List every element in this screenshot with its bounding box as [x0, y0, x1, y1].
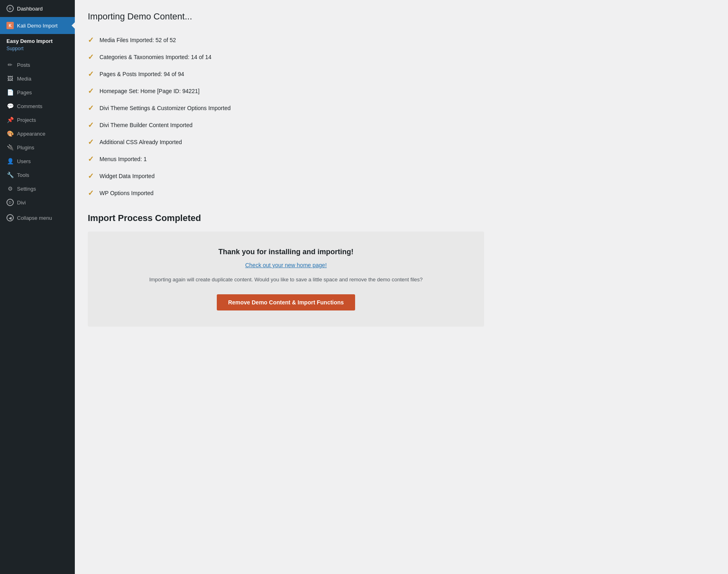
users-label: Users: [17, 158, 31, 164]
page-title: Importing Demo Content...: [88, 11, 715, 22]
sidebar-item-users[interactable]: 👤 Users: [0, 154, 75, 168]
home-page-link[interactable]: Check out your new home page!: [101, 262, 471, 268]
checkmark-icon: ✓: [88, 121, 94, 130]
sidebar-item-settings[interactable]: ⚙ Settings: [0, 182, 75, 196]
settings-label: Settings: [17, 186, 36, 192]
dashboard-label: Dashboard: [17, 6, 43, 12]
checkmark-icon: ✓: [88, 172, 94, 181]
import-complete-title: Import Process Completed: [88, 213, 715, 223]
dashboard-icon: ⊕: [6, 5, 14, 12]
sidebar-item-support[interactable]: Support: [6, 45, 68, 52]
import-list-item: ✓ Homepage Set: Home [Page ID: 94221]: [88, 83, 715, 100]
checkmark-icon: ✓: [88, 104, 94, 113]
import-list: ✓ Media Files Imported: 52 of 52 ✓ Categ…: [88, 32, 715, 202]
checkmark-icon: ✓: [88, 53, 94, 62]
checkmark-icon: ✓: [88, 155, 94, 164]
sidebar-item-kali[interactable]: K Kali Demo Import: [0, 17, 75, 34]
pages-icon: 📄: [6, 89, 14, 96]
sidebar-nav: ✏ Posts 🖼 Media 📄 Pages 💬 Comments 📌 Pro…: [0, 58, 75, 209]
checkmark-icon: ✓: [88, 189, 94, 198]
users-icon: 👤: [6, 157, 14, 165]
import-list-item: ✓ Divi Theme Builder Content Imported: [88, 117, 715, 134]
import-list-item: ✓ Media Files Imported: 52 of 52: [88, 32, 715, 49]
import-list-item: ✓ Pages & Posts Imported: 94 of 94: [88, 66, 715, 83]
sidebar-item-comments[interactable]: 💬 Comments: [0, 99, 75, 113]
thank-you-box: Thank you for installing and importing! …: [88, 232, 484, 327]
import-list-item: ✓ Divi Theme Settings & Customizer Optio…: [88, 100, 715, 117]
tools-icon: 🔧: [6, 171, 14, 179]
sidebar-section-easy-demo: Easy Demo Import Support: [0, 34, 75, 54]
remove-demo-button[interactable]: Remove Demo Content & Import Functions: [217, 294, 355, 310]
settings-icon: ⚙: [6, 185, 14, 192]
appearance-icon: 🎨: [6, 130, 14, 137]
import-list-item: ✓ Categories & Taxonomies Imported: 14 o…: [88, 49, 715, 66]
pages-label: Pages: [17, 89, 32, 96]
appearance-label: Appearance: [17, 131, 45, 137]
sidebar-item-posts[interactable]: ✏ Posts: [0, 58, 75, 72]
import-item-text: Categories & Taxonomies Imported: 14 of …: [99, 54, 212, 60]
sidebar-item-projects[interactable]: 📌 Projects: [0, 113, 75, 127]
posts-icon: ✏: [6, 61, 14, 68]
easy-demo-title: Easy Demo Import: [6, 38, 68, 44]
checkmark-icon: ✓: [88, 138, 94, 147]
kali-label: Kali Demo Import: [17, 23, 57, 29]
kali-avatar-icon: K: [6, 22, 14, 29]
import-list-item: ✓ Widget Data Imported: [88, 168, 715, 185]
import-item-text: Widget Data Imported: [99, 173, 154, 179]
sidebar-item-tools[interactable]: 🔧 Tools: [0, 168, 75, 182]
checkmark-icon: ✓: [88, 87, 94, 96]
sidebar-item-media[interactable]: 🖼 Media: [0, 72, 75, 85]
sidebar-item-dashboard[interactable]: ⊕ Dashboard: [0, 0, 75, 17]
sidebar-item-appearance[interactable]: 🎨 Appearance: [0, 127, 75, 140]
main-content: Importing Demo Content... ✓ Media Files …: [75, 0, 728, 574]
import-item-text: WP Options Imported: [99, 190, 154, 196]
import-item-text: Homepage Set: Home [Page ID: 94221]: [99, 88, 199, 94]
import-item-text: Media Files Imported: 52 of 52: [99, 37, 176, 43]
import-list-item: ✓ Additional CSS Already Imported: [88, 134, 715, 151]
import-item-text: Additional CSS Already Imported: [99, 139, 182, 145]
sidebar-collapse-button[interactable]: ◀ Collapse menu: [0, 211, 75, 225]
plugins-label: Plugins: [17, 145, 34, 151]
import-list-item: ✓ Menus Imported: 1: [88, 151, 715, 168]
collapse-icon: ◀: [6, 214, 14, 221]
import-item-text: Pages & Posts Imported: 94 of 94: [99, 71, 184, 77]
sidebar-item-divi[interactable]: D Divi: [0, 196, 75, 209]
media-icon: 🖼: [6, 75, 14, 82]
import-item-text: Divi Theme Settings & Customizer Options…: [99, 105, 231, 111]
projects-icon: 📌: [6, 116, 14, 123]
sidebar: ⊕ Dashboard K Kali Demo Import Easy Demo…: [0, 0, 75, 574]
posts-label: Posts: [17, 62, 30, 68]
checkmark-icon: ✓: [88, 36, 94, 45]
sidebar-item-pages[interactable]: 📄 Pages: [0, 85, 75, 99]
import-list-item: ✓ WP Options Imported: [88, 185, 715, 202]
comments-label: Comments: [17, 103, 42, 109]
thank-you-title: Thank you for installing and importing!: [101, 248, 471, 256]
collapse-label: Collapse menu: [17, 215, 52, 221]
divi-label: Divi: [17, 200, 26, 206]
import-item-text: Divi Theme Builder Content Imported: [99, 122, 193, 128]
plugins-icon: 🔌: [6, 144, 14, 151]
import-item-text: Menus Imported: 1: [99, 156, 147, 162]
checkmark-icon: ✓: [88, 70, 94, 79]
media-label: Media: [17, 76, 31, 82]
tools-label: Tools: [17, 172, 29, 178]
sidebar-item-plugins[interactable]: 🔌 Plugins: [0, 140, 75, 154]
divi-icon: D: [6, 199, 14, 206]
thank-you-description: Importing again will create duplicate co…: [101, 276, 471, 284]
projects-label: Projects: [17, 117, 36, 123]
comments-icon: 💬: [6, 102, 14, 110]
